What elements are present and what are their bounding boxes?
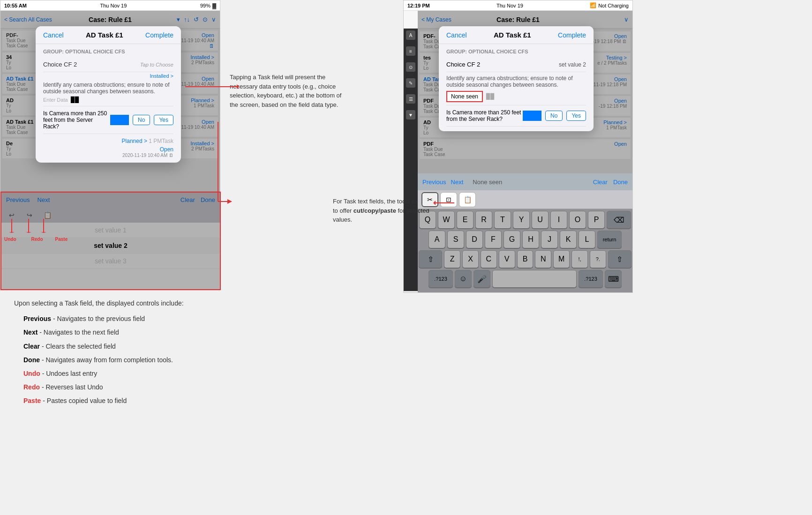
svg-marker-12 [433,201,436,205]
modal-title: AD Task £1 [86,31,123,39]
right-done-button[interactable]: Done [613,179,628,186]
redo-label: Redo [31,237,43,242]
yes-no-buttons: N/A No Yes [110,115,173,125]
right-yes-no-row: Is Camera more than 250 feet from the Se… [446,105,586,127]
svg-marker-5 [41,232,46,233]
planned-badge: Planned > [122,138,147,144]
left-red-connector [216,122,232,206]
right-camera-question: Is Camera more than 250 feet from the Se… [446,109,521,122]
right-modal-body: GROUP: OPTIONAL CHOICE CFS Choice CF 2 s… [439,44,594,131]
left-modal: Cancel AD Task £1 Complete GROUP: OPTION… [36,26,181,163]
right-ipad: 12:19 PM Thu Nov 19 📶 Not Charging ⚙ A ≡… [403,0,633,293]
redo-arrow [26,219,31,233]
desc-item-done: Done - Navigates away from form completi… [23,354,342,366]
choice-field-row[interactable]: Choice CF 2 Tap to Choose [43,57,173,72]
paste-arrow [41,219,46,233]
right-modal: Cancel AD Task £1 Complete GROUP: OPTION… [439,26,594,131]
desc-item-undo: Undo - Undoes last entry [23,368,342,380]
right-battery: 📶 Not Charging [590,2,629,8]
right-sidebar: ⚙ A ≡ ⊙ ✎ ☰ ▼ [404,11,418,291]
keyboard-icon: ▉▉ [71,97,79,103]
right-modal-header: Cancel AD Task £1 Complete [439,26,594,44]
left-annotation-arrow [183,73,239,101]
right-next-button[interactable]: Next [451,179,464,186]
left-time: 10:55 AM [4,3,27,8]
sidebar-icon-6[interactable]: ☰ [406,94,415,104]
right-camera-text-field: Identify any camera obstructions; ensure… [446,72,586,105]
right-complete-button[interactable]: Complete [558,31,586,39]
paste-label: Paste [55,237,68,242]
bottom-description: Upon selecting a Task field, the display… [14,298,342,409]
group-label: GROUP: OPTIONAL CHOICE CFS [43,49,173,54]
right-choice-value: set value 2 [559,61,586,68]
undo-arrow [9,219,15,233]
right-previous-button[interactable]: Previous [422,179,446,186]
right-choice-label: Choice CF 2 [446,61,480,68]
annotation-bold: cut/copy/paste [353,207,396,214]
camera-text-field: Identify any camera obstructions; ensure… [43,79,173,106]
tap-to-choose[interactable]: Tap to Choose [140,62,173,67]
choice-field-label: Choice CF 2 [43,61,77,68]
right-camera-label: Identify any camera obstructions; ensure… [446,75,586,88]
sidebar-icon-3[interactable]: ≡ [406,46,415,56]
desc-item-previous: Previous - Navigates to the previous fie… [23,313,342,325]
left-battery: 99% ▓ [200,3,216,8]
modal-header: Cancel AD Task £1 Complete [36,26,181,44]
right-keyboard-toolbar: Previous Next None seen Clear Done [418,173,632,190]
right-choice-field[interactable]: Choice CF 2 set value 2 [446,57,586,72]
cut-icon: ✂ [427,196,433,203]
right-group-label: GROUP: OPTIONAL CHOICE CFS [446,49,586,54]
sidebar-icon-4[interactable]: ⊙ [406,62,415,72]
installed-badge: Installed > [150,73,173,79]
svg-marker-3 [26,232,31,233]
highlighted-field[interactable]: None seen [446,91,483,102]
undo-label: Undo [4,237,16,242]
enter-data-placeholder[interactable]: Enter Data [43,97,68,103]
cancel-button[interactable]: Cancel [43,31,64,39]
yes-button[interactable]: Yes [154,115,173,125]
right-time: 12:19 PM [407,3,430,8]
right-modal-title: AD Task £1 [494,31,531,39]
no-button[interactable]: No [133,115,150,125]
right-value-display: None seen [473,179,502,186]
complete-button[interactable]: Complete [145,31,173,39]
camera-label: Identify any camera obstructions; ensure… [43,82,173,95]
right-yes-no-buttons: N/A No Yes [523,111,586,121]
yes-no-row: Is Camera more than 250 feet from the Se… [43,106,173,134]
right-annotation-arrow [433,196,457,210]
svg-marker-7 [237,84,239,89]
paste-button-right[interactable]: 📋 [459,192,476,207]
left-status-bar: 10:55 AM Thu Nov 19 99% ▓ [0,0,220,11]
desc-intro: Upon selecting a Task field, the display… [14,298,342,309]
right-yes-button[interactable]: Yes [566,111,586,121]
right-cancel-button[interactable]: Cancel [446,31,467,39]
desc-item-clear: Clear - Clears the selected field [23,341,342,352]
desc-item-paste: Paste - Pastes copied value to field [23,395,342,407]
right-na-button[interactable]: N/A [523,111,541,121]
pm-tasks-label: 1 PMTask [149,138,173,144]
paste-icon: 📋 [464,196,472,203]
right-clear-button[interactable]: Clear [593,179,608,186]
modal-body: GROUP: OPTIONAL CHOICE CFS Choice CF 2 T… [36,44,181,163]
svg-marker-1 [9,232,15,233]
na-button[interactable]: N/A [110,115,129,125]
sidebar-icon-7[interactable]: ▼ [406,110,415,119]
right-status-bar: 12:19 PM Thu Nov 19 📶 Not Charging [404,0,632,11]
left-day: Thu Nov 19 [100,3,127,8]
svg-marker-10 [227,199,232,204]
camera-question-label: Is Camera more than 250 feet from the Se… [43,110,110,130]
sidebar-icon-2[interactable]: A [406,30,415,40]
left-annotation: Tapping a Task field will present the ne… [230,73,342,109]
desc-item-next: Next - Navigates to the next field [23,327,342,338]
right-no-button[interactable]: No [545,111,563,121]
right-day: Thu Nov 19 [496,3,523,8]
desc-item-redo: Redo - Reverses last Undo [23,381,342,393]
sidebar-icon-5[interactable]: ✎ [406,78,415,88]
left-ipad: 10:55 AM Thu Nov 19 99% ▓ < Search All C… [0,0,220,291]
